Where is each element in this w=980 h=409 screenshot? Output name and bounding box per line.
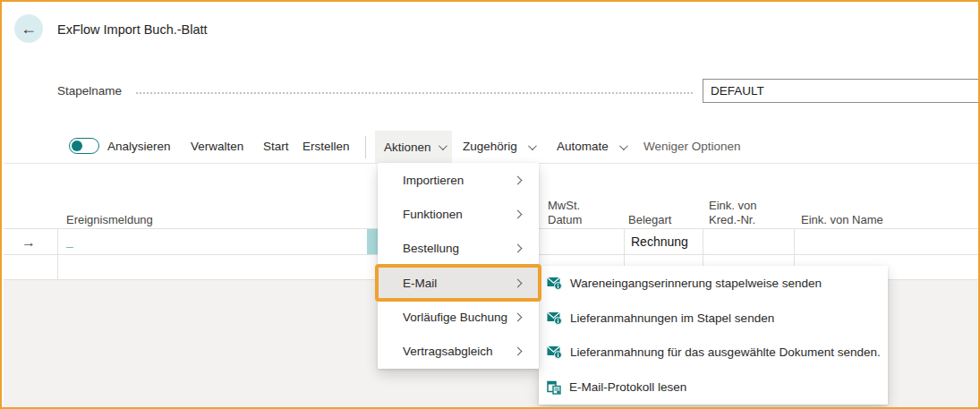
- chevron-right-icon: [514, 210, 523, 219]
- stapelname-input[interactable]: [703, 79, 980, 103]
- mail-info-icon: [547, 277, 562, 290]
- email-submenu: Wareneingangserinnerung stapelweise send…: [539, 266, 888, 405]
- chevron-right-icon: [514, 347, 523, 356]
- cell-ereignismeldung[interactable]: _: [66, 230, 73, 254]
- toolbar-verwalten[interactable]: Verwalten: [191, 140, 243, 153]
- menu-item-email[interactable]: E-Mail: [378, 266, 539, 300]
- chevron-right-icon: [514, 278, 523, 287]
- submenu-item-wareneingangserinnerung[interactable]: Wareneingangserinnerung stapelweise send…: [539, 266, 888, 301]
- chevron-right-icon: [514, 175, 523, 184]
- chevron-down-icon: [439, 141, 447, 150]
- active-row-indicator-icon: →: [21, 230, 36, 254]
- menu-item-vorlaeufige-buchung[interactable]: Vorläufige Buchung: [378, 300, 539, 334]
- col-header-eink-von-name[interactable]: Eink. von Name: [801, 213, 944, 227]
- mail-info-icon: [547, 311, 562, 325]
- page-title: ExFlow Import Buch.-Blatt: [57, 22, 208, 37]
- submenu-item-lieferanmahnung-dokument[interactable]: Lieferanmahnung für das ausgewählte Doku…: [539, 336, 888, 371]
- col-header-mwst-datum[interactable]: MwSt. Datum: [548, 199, 601, 227]
- back-arrow-icon: ←: [21, 21, 37, 37]
- col-header-ereignismeldung[interactable]: Ereignismeldung: [66, 213, 153, 227]
- toolbar-weniger-optionen[interactable]: Weniger Optionen: [643, 140, 741, 153]
- col-header-eink-von-kred-nr[interactable]: Eink. von Kred.-Nr.: [709, 199, 780, 227]
- toolbar-analysieren[interactable]: Analysieren: [107, 140, 171, 153]
- log-read-icon: [547, 380, 561, 395]
- chevron-down-icon: [528, 141, 537, 150]
- submenu-item-email-protokoll-lesen[interactable]: E-Mail-Protokoll lesen: [539, 370, 888, 405]
- analyze-toggle[interactable]: [69, 138, 99, 154]
- toolbar-zugehoerig-menu[interactable]: Zugehörig: [463, 140, 534, 153]
- menu-item-importieren[interactable]: Importieren: [378, 163, 539, 197]
- menu-item-bestellung[interactable]: Bestellung: [378, 232, 539, 266]
- toggle-knob: [72, 141, 82, 151]
- toolbar-erstellen[interactable]: Erstellen: [303, 140, 350, 153]
- mail-info-icon: [547, 345, 562, 359]
- toolbar-automate-menu[interactable]: Automate: [557, 140, 626, 153]
- col-header-belegart[interactable]: Belegart: [628, 213, 671, 227]
- app-window: ← ExFlow Import Buch.-Blatt Stapelname A…: [0, 0, 980, 409]
- chevron-down-icon: [619, 141, 628, 150]
- cell-belegart[interactable]: Rechnung: [631, 230, 688, 254]
- menu-item-funktionen[interactable]: Funktionen: [378, 197, 539, 231]
- aktionen-dropdown-menu: Importieren Funktionen Bestellung E-Mail…: [378, 163, 539, 369]
- aktionen-label: Aktionen: [384, 141, 431, 154]
- chevron-right-icon: [514, 313, 523, 322]
- toolbar-divider: [365, 136, 366, 158]
- dotted-leader: [136, 87, 693, 94]
- toolbar-start[interactable]: Start: [263, 140, 289, 153]
- grid-line: [57, 228, 58, 279]
- stapelname-label: Stapelname: [57, 84, 122, 98]
- submenu-item-lieferanmahnungen-stapel[interactable]: Lieferanmahnungen im Stapel senden: [539, 301, 888, 336]
- menu-item-vertragsabgleich[interactable]: Vertragsabgleich: [378, 335, 539, 369]
- chevron-right-icon: [514, 244, 523, 253]
- back-button[interactable]: ←: [14, 14, 43, 43]
- toolbar-aktionen-menu[interactable]: Aktionen: [375, 131, 452, 163]
